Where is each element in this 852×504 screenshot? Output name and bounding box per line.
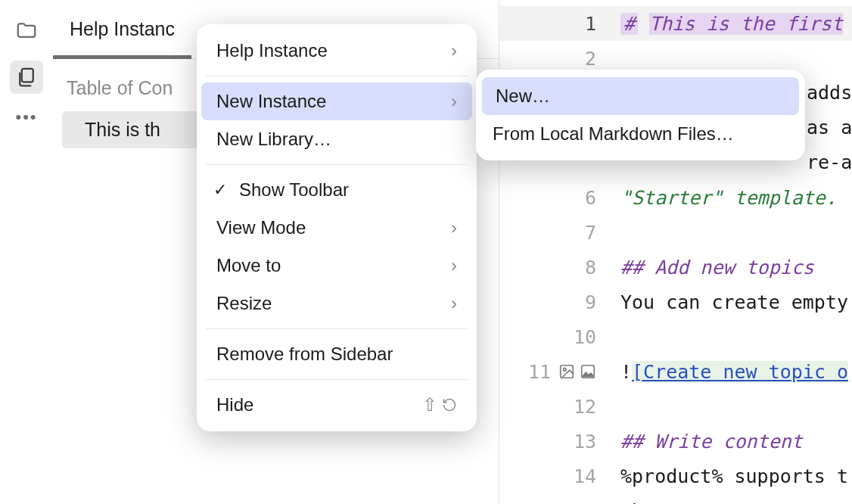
line-number: 13 <box>499 424 611 459</box>
shift-icon: ⇧ <box>422 394 437 415</box>
svg-point-2 <box>563 368 566 371</box>
svg-rect-0 <box>22 69 33 82</box>
line-number: 7 <box>499 215 611 250</box>
chevron-right-icon: › <box>451 255 457 276</box>
more-icon[interactable]: ••• <box>15 107 37 127</box>
restore-icon <box>442 397 457 412</box>
context-menu: Help Instance › New Instance › New Libra… <box>197 24 477 431</box>
menu-new-library[interactable]: New Library… <box>197 120 477 158</box>
code-line: ![Create new topic o <box>611 354 852 389</box>
code-line <box>611 215 852 250</box>
gutter-image-icons <box>558 363 596 380</box>
code-line <box>611 389 852 424</box>
line-number: 8 <box>499 250 611 285</box>
code-line: # This is the first <box>611 6 852 41</box>
menu-hide[interactable]: Hide ⇧ <box>197 386 477 424</box>
code-line: ## Add new topics <box>611 250 852 285</box>
submenu-from-local-markdown[interactable]: From Local Markdown Files… <box>476 115 805 153</box>
line-number: 1 <box>499 6 611 41</box>
line-number: 9 <box>499 285 611 319</box>
code-line <box>611 319 852 354</box>
menu-help-instance[interactable]: Help Instance › <box>197 32 477 70</box>
folder-icon-button[interactable] <box>10 14 43 47</box>
visible-text-fragments: adds as a re-a <box>807 76 852 180</box>
menu-new-instance[interactable]: New Instance › <box>201 82 472 120</box>
line-number: 11 <box>499 354 611 389</box>
chevron-right-icon: › <box>451 217 457 238</box>
menu-remove-from-sidebar[interactable]: Remove from Sidebar <box>197 335 477 373</box>
documents-icon-button[interactable] <box>10 61 43 94</box>
code-line: %product% supports t <box>611 459 852 493</box>
line-number: 12 <box>499 389 611 424</box>
line-number: 14 <box>499 459 611 493</box>
line-number: 15 <box>499 493 611 504</box>
submenu-new[interactable]: New… <box>482 77 799 115</box>
shortcut-display: ⇧ <box>422 394 457 415</box>
code-line: "Starter" template. <box>611 180 852 215</box>
line-number: 6 <box>499 180 611 215</box>
chevron-right-icon: › <box>451 293 457 314</box>
chevron-right-icon: › <box>451 40 457 61</box>
menu-separator <box>206 76 468 76</box>
check-icon: ✓ <box>213 180 227 200</box>
documents-icon <box>15 66 38 89</box>
image-outline-icon <box>558 363 575 380</box>
menu-view-mode[interactable]: View Mode › <box>197 209 477 247</box>
menu-separator <box>206 164 468 165</box>
code-line: When you create a ne <box>611 493 852 504</box>
code-line: You can create empty <box>611 285 852 319</box>
submenu-new-instance: New… From Local Markdown Files… <box>476 70 805 160</box>
menu-separator <box>206 379 468 380</box>
code-line: ## Write content <box>611 424 852 459</box>
menu-move-to[interactable]: Move to › <box>197 247 477 285</box>
image-filled-icon <box>580 363 596 380</box>
line-number: 10 <box>499 319 611 354</box>
tab-help-instance[interactable]: Help Instanc <box>53 0 191 58</box>
menu-separator <box>206 328 468 329</box>
chevron-right-icon: › <box>451 91 457 112</box>
folder-icon <box>15 19 38 42</box>
menu-show-toolbar[interactable]: ✓ Show Toolbar <box>197 171 477 209</box>
menu-resize[interactable]: Resize › <box>197 285 477 322</box>
icon-sidebar: ••• <box>0 0 53 504</box>
